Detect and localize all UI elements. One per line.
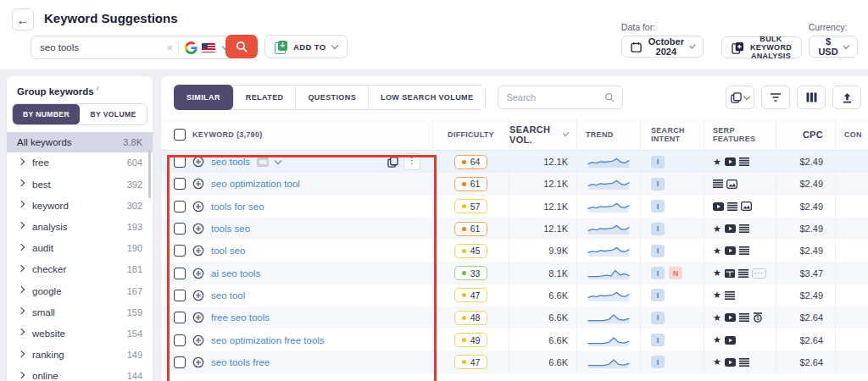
filter-button[interactable] <box>761 86 790 109</box>
add-keyword-icon[interactable] <box>192 201 204 213</box>
star-icon: ★ <box>713 357 721 367</box>
table-row[interactable]: seo tool476.6KI★$2.49 <box>161 284 868 306</box>
intent-badge-I: I <box>651 312 665 324</box>
tab-low-search-volume[interactable]: LOW SEARCH VOLUME <box>368 86 485 109</box>
table-row[interactable]: seo optimization free tools496.6KI★$2.64 <box>161 329 868 351</box>
tab-similar[interactable]: SIMILAR <box>174 85 233 110</box>
copy-icon[interactable] <box>387 157 398 168</box>
add-keyword-icon[interactable] <box>192 290 204 301</box>
date-range-dropdown[interactable]: October 2024 <box>621 36 704 58</box>
sidebar-group-item[interactable]: best392 <box>7 174 153 195</box>
keyword-results-panel: SIMILAR RELATED QUESTIONS LOW SEARCH VOL… <box>161 76 868 381</box>
search-intent-cell: I <box>640 240 704 262</box>
tab-by-volume[interactable]: BY VOLUME <box>80 104 147 124</box>
difficulty-dot <box>462 271 466 275</box>
sidebar-group-item[interactable]: online144 <box>7 366 153 381</box>
row-checkbox[interactable] <box>174 312 186 323</box>
column-cpc[interactable]: CPC <box>776 119 835 150</box>
table-row[interactable]: seo optimization tool6112.1KI$2.49 <box>161 173 868 195</box>
add-keyword-icon[interactable] <box>192 334 204 346</box>
group-label: online <box>32 371 127 381</box>
column-search-volume[interactable]: SEARCH VOL. <box>509 119 576 150</box>
row-checkbox[interactable] <box>174 290 186 301</box>
add-keyword-icon[interactable] <box>192 268 204 279</box>
column-con[interactable]: CON <box>835 119 868 150</box>
add-keyword-icon[interactable] <box>192 356 204 368</box>
serp-features-cell: ★ <box>704 329 776 351</box>
keyword-link[interactable]: seo optimization tool <box>211 179 300 189</box>
sidebar-group-item[interactable]: audit190 <box>7 238 153 259</box>
column-keyword[interactable]: KEYWORD (3,790) <box>192 130 263 139</box>
sidebar-group-item[interactable]: small159 <box>7 301 153 323</box>
more-features-icon[interactable]: ··· <box>752 268 766 279</box>
keyword-link[interactable]: tools seo <box>211 224 250 234</box>
table-row[interactable]: tools for seo5712.1KI$2.49 <box>161 196 868 218</box>
serp-preview-icon[interactable] <box>257 157 269 167</box>
keyword-link[interactable]: seo tool <box>211 290 245 301</box>
tab-questions[interactable]: QUESTIONS <box>295 86 368 109</box>
tab-related[interactable]: RELATED <box>233 86 296 109</box>
sidebar-group-item[interactable]: website154 <box>7 323 153 344</box>
sidebar-group-item[interactable]: analysis193 <box>7 216 153 237</box>
tab-by-number[interactable]: BY NUMBER <box>13 104 80 124</box>
add-keyword-icon[interactable] <box>192 245 204 257</box>
row-checkbox[interactable] <box>174 356 186 368</box>
chevron-down-icon[interactable] <box>275 157 281 163</box>
keyword-link[interactable]: seo tools free <box>211 357 270 367</box>
keyword-link[interactable]: tools for seo <box>211 202 264 212</box>
copy-results-button[interactable] <box>726 86 754 109</box>
result-type-tabs: SIMILAR RELATED QUESTIONS LOW SEARCH VOL… <box>174 85 486 110</box>
sidebar-group-item[interactable]: checker181 <box>7 259 153 280</box>
video-icon <box>725 224 736 233</box>
kebab-menu-button[interactable]: ⋮ <box>403 153 420 170</box>
sidebar-group-item[interactable]: free604 <box>7 152 153 174</box>
row-checkbox[interactable] <box>174 245 186 257</box>
row-checkbox[interactable] <box>174 178 186 190</box>
table-row[interactable]: tools seo6112.1KI★$2.49 <box>161 218 868 240</box>
keyword-link[interactable]: seo tools <box>211 157 250 167</box>
add-keyword-icon[interactable] <box>192 178 204 190</box>
column-trend[interactable]: TREND <box>576 119 640 150</box>
trend-sparkline <box>587 244 630 257</box>
all-keywords-row[interactable]: All keywords 3.8K <box>7 132 153 152</box>
column-difficulty[interactable]: DIFFICULTY <box>432 119 509 150</box>
table-row[interactable]: seo tools free476.6KI★$2.64 <box>161 351 868 373</box>
calendar-icon <box>631 41 642 52</box>
keyword-link[interactable]: seo optimization free tools <box>211 335 325 345</box>
intent-badge-I: I <box>651 178 665 190</box>
sidebar-group-item[interactable]: ranking149 <box>7 345 153 366</box>
keyword-search-value[interactable]: seo tools <box>40 42 166 52</box>
sidebar-scrollbar[interactable] <box>148 151 151 198</box>
keyword-groups-list: free604best392keyword302analysis193audit… <box>7 152 153 381</box>
sidebar-group-item[interactable]: keyword302 <box>7 195 153 216</box>
add-keyword-icon[interactable] <box>192 312 204 323</box>
back-button[interactable]: ← <box>12 8 34 30</box>
keyword-search-field[interactable]: seo tools × <box>31 36 236 59</box>
table-search-input[interactable]: Search <box>498 86 623 109</box>
keyword-link[interactable]: tool seo <box>211 246 245 256</box>
sidebar-group-item[interactable]: google167 <box>7 280 153 301</box>
add-keyword-icon[interactable] <box>192 223 204 235</box>
row-checkbox[interactable] <box>174 334 186 346</box>
bulk-keyword-analysis-button[interactable]: BULK KEYWORD ANALYSIS <box>721 36 802 58</box>
search-button[interactable] <box>225 35 258 58</box>
column-serp-features[interactable]: SERP FEATURES <box>704 119 776 150</box>
clear-icon[interactable]: × <box>166 41 173 54</box>
row-checkbox[interactable] <box>174 223 186 235</box>
row-checkbox[interactable] <box>174 268 186 279</box>
select-all-checkbox[interactable] <box>174 129 186 141</box>
keyword-link[interactable]: ai seo tools <box>211 268 260 279</box>
add-to-button[interactable]: + ADD TO <box>264 35 348 58</box>
table-row[interactable]: free seo tools486.6KI★$$2.64 <box>161 306 868 329</box>
add-keyword-icon[interactable] <box>192 156 204 168</box>
row-checkbox[interactable] <box>174 201 186 213</box>
columns-button[interactable] <box>797 86 826 109</box>
table-row[interactable]: seo tools⋮6412.1KI★$2.49 <box>161 151 868 173</box>
export-button[interactable] <box>832 86 861 109</box>
currency-dropdown[interactable]: $ USD <box>809 36 858 58</box>
table-row[interactable]: ai seo tools338.1KIN★···$3.47 <box>161 262 868 284</box>
column-search-intent[interactable]: SEARCH INTENT <box>640 119 704 150</box>
table-row[interactable]: tool seo459.9KI★$2.49 <box>161 240 868 262</box>
row-checkbox[interactable] <box>174 156 186 168</box>
keyword-link[interactable]: free seo tools <box>211 312 270 323</box>
